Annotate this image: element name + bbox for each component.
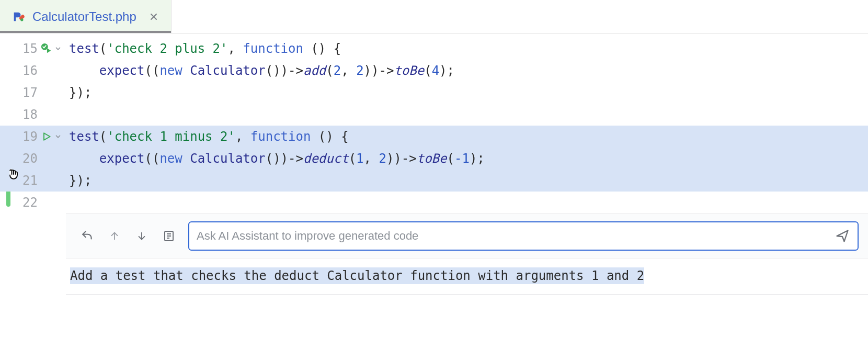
code-line[interactable]: }); (66, 82, 868, 104)
gutter-row: 19 (0, 126, 66, 148)
gutter-row: 20 (0, 148, 66, 170)
line-number: 20 (16, 151, 38, 166)
code-line[interactable]: test('check 2 plus 2', function () { (66, 38, 868, 60)
gutter-row: 16 (0, 60, 66, 82)
ai-toolbar (66, 214, 868, 258)
line-number: 22 (16, 195, 38, 210)
run-test-passed-icon[interactable] (41, 43, 52, 54)
fold-toggle-icon[interactable] (53, 132, 63, 141)
gutter-row: 21 (0, 170, 66, 192)
ai-assistant-panel: Add a test that checks the deduct Calcul… (66, 214, 868, 295)
ai-send-button[interactable] (833, 227, 851, 245)
next-change-button[interactable] (134, 228, 150, 244)
code-line[interactable] (66, 192, 868, 214)
code-line[interactable]: }); (66, 170, 868, 192)
line-number: 17 (16, 85, 38, 100)
ai-last-prompt-text: Add a test that checks the deduct Calcul… (70, 267, 644, 284)
code-line[interactable] (66, 104, 868, 126)
svg-point-0 (20, 18, 23, 21)
line-number: 21 (16, 173, 38, 188)
undo-button[interactable] (79, 228, 95, 244)
fold-toggle-icon[interactable] (53, 44, 63, 53)
line-number: 18 (16, 107, 38, 122)
ai-last-prompt-row: Add a test that checks the deduct Calcul… (66, 258, 868, 294)
line-number: 15 (16, 41, 38, 56)
tab-filename: CalculatorTest.php (32, 9, 136, 24)
run-test-icon[interactable] (41, 131, 52, 142)
code-line[interactable]: test('check 1 minus 2', function () { (66, 126, 868, 148)
gutter-row: 15 (0, 38, 66, 60)
gutter-row: 17 (0, 82, 66, 104)
tab-active[interactable]: CalculatorTest.php (0, 0, 172, 33)
tab-bar: CalculatorTest.php (0, 0, 868, 33)
gutter-row: 18 (0, 104, 66, 126)
line-number: 19 (16, 129, 38, 144)
prev-change-button[interactable] (107, 228, 122, 244)
code-line[interactable]: expect((new Calculator())->add(2, 2))->t… (66, 60, 868, 82)
editor: 1516171819202122 test('check 2 plus 2', … (0, 33, 868, 295)
ai-input-container (188, 221, 859, 251)
pest-file-icon (12, 9, 26, 24)
line-number: 16 (16, 63, 38, 78)
code-line[interactable]: expect((new Calculator())->deduct(1, 2))… (66, 148, 868, 170)
ai-prompt-input[interactable] (197, 229, 833, 243)
diff-view-button[interactable] (161, 228, 177, 244)
gutter: 1516171819202122 (0, 33, 66, 295)
tab-close-button[interactable] (147, 10, 161, 24)
gutter-row: 22 (0, 192, 66, 214)
code-area[interactable]: test('check 2 plus 2', function () { exp… (66, 33, 868, 295)
